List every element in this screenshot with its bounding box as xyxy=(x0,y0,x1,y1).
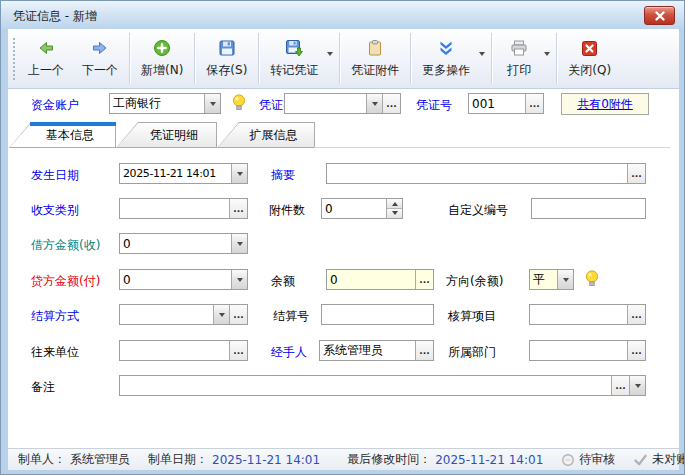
tab-basic-info[interactable]: 基本信息 xyxy=(9,122,116,148)
remark-input[interactable] xyxy=(120,376,611,395)
more-actions-dropdown[interactable] xyxy=(479,29,489,88)
settle-no-label: 结算号 xyxy=(273,308,309,325)
attach-count-input[interactable] xyxy=(322,199,386,218)
clipboard-icon xyxy=(366,39,384,58)
chevron-down-icon xyxy=(479,52,485,59)
browse-button[interactable]: … xyxy=(611,376,629,395)
account-item-input[interactable] xyxy=(530,305,627,324)
dropdown-button[interactable] xyxy=(204,94,220,113)
print-dropdown[interactable] xyxy=(544,29,554,88)
more-actions-button[interactable]: 更多操作 xyxy=(413,29,479,88)
modified-label: 最后修改时间： xyxy=(347,451,431,468)
browse-button[interactable]: … xyxy=(415,341,433,360)
voucher-attachment-button[interactable]: 凭证附件 xyxy=(342,29,408,88)
browse-button[interactable]: … xyxy=(627,164,645,183)
browse-button[interactable]: … xyxy=(415,270,433,289)
category-field[interactable]: … xyxy=(119,198,248,219)
creator-label: 制单人： xyxy=(18,451,66,468)
date-combobox[interactable] xyxy=(119,163,248,184)
fund-account-input[interactable] xyxy=(110,94,204,113)
titlebar[interactable]: 凭证信息 - 新增 xyxy=(1,1,684,29)
dropdown-button[interactable] xyxy=(213,305,229,324)
spin-up-button[interactable] xyxy=(387,199,402,208)
transfer-voucher-button[interactable]: 转记凭证 xyxy=(261,29,327,88)
tab-voucher-detail[interactable]: 凭证明细 xyxy=(116,122,217,148)
settle-method-combobox[interactable]: … xyxy=(119,304,248,325)
credit-input[interactable] xyxy=(120,270,231,289)
handler-field[interactable]: … xyxy=(319,340,434,361)
spin-down-button[interactable] xyxy=(387,208,402,218)
lightbulb-icon[interactable] xyxy=(583,269,601,289)
settle-method-input[interactable] xyxy=(120,305,213,324)
dropdown-button[interactable] xyxy=(557,270,573,289)
browse-button[interactable]: … xyxy=(229,199,247,218)
attachment-count-link[interactable]: 共有0附件 xyxy=(577,96,633,113)
toolbar-grip[interactable] xyxy=(12,37,17,80)
date-input[interactable] xyxy=(120,164,231,183)
direction-input[interactable] xyxy=(530,270,557,289)
browse-button[interactable]: … xyxy=(229,305,247,324)
tab-extended-info[interactable]: 扩展信息 xyxy=(217,122,315,148)
custom-no-input[interactable] xyxy=(532,199,645,218)
handler-input[interactable] xyxy=(320,341,415,360)
counterparty-field[interactable]: … xyxy=(119,340,248,361)
prev-button[interactable]: 上一个 xyxy=(19,29,73,88)
balance-input[interactable] xyxy=(327,270,415,289)
attachment-link-box: 共有0附件 xyxy=(561,93,649,115)
balance-label: 余额 xyxy=(271,273,295,290)
attach-count-stepper[interactable] xyxy=(321,198,403,219)
dropdown-button[interactable] xyxy=(231,164,247,183)
fund-account-label: 资金账户 xyxy=(31,97,79,114)
department-input[interactable] xyxy=(530,341,627,360)
direction-label: 方向(余额) xyxy=(446,273,503,290)
remark-label: 备注 xyxy=(31,379,55,396)
browse-button[interactable]: … xyxy=(627,305,645,324)
account-item-field[interactable]: … xyxy=(529,304,646,325)
direction-combobox[interactable] xyxy=(529,269,574,290)
dropdown-button[interactable] xyxy=(231,234,247,253)
custom-no-field[interactable] xyxy=(531,198,646,219)
department-field[interactable]: … xyxy=(529,340,646,361)
credit-combobox[interactable] xyxy=(119,269,248,290)
lightbulb-icon[interactable] xyxy=(230,93,248,113)
modified-value: 2025-11-21 14:01 xyxy=(435,453,543,467)
close-action-button[interactable]: 关闭(Q) xyxy=(559,29,620,88)
save-button[interactable]: 保存(S) xyxy=(197,29,256,88)
category-input[interactable] xyxy=(120,199,229,218)
create-date-label: 制单日期： xyxy=(148,451,208,468)
handler-label: 经手人 xyxy=(271,344,307,361)
summary-field[interactable]: … xyxy=(326,163,646,184)
check-icon xyxy=(633,453,648,467)
voucher-no-input[interactable] xyxy=(469,94,525,113)
print-button[interactable]: 打印 xyxy=(494,29,544,88)
settle-no-field[interactable] xyxy=(321,304,434,325)
create-date-status: 制单日期：2025-11-21 14:01 xyxy=(148,451,320,468)
balance-field[interactable]: … xyxy=(326,269,434,290)
settle-no-input[interactable] xyxy=(322,305,433,324)
summary-input[interactable] xyxy=(327,164,627,183)
add-button[interactable]: 新增(N) xyxy=(132,29,192,88)
next-button[interactable]: 下一个 xyxy=(73,29,127,88)
settle-method-label: 结算方式 xyxy=(31,308,79,325)
debit-input[interactable] xyxy=(120,234,231,253)
department-label: 所属部门 xyxy=(448,344,496,361)
browse-button[interactable]: … xyxy=(229,341,247,360)
voucher-word-combobox[interactable]: … xyxy=(284,93,401,114)
voucher-no-field[interactable]: … xyxy=(468,93,544,114)
counterparty-input[interactable] xyxy=(120,341,229,360)
remark-field[interactable]: … xyxy=(119,375,646,396)
transfer-voucher-dropdown[interactable] xyxy=(327,29,337,88)
voucher-word-input[interactable] xyxy=(285,94,366,113)
dropdown-button[interactable] xyxy=(629,376,645,395)
browse-button[interactable]: … xyxy=(627,341,645,360)
dropdown-button[interactable] xyxy=(231,270,247,289)
browse-button[interactable]: … xyxy=(525,94,543,113)
browse-button[interactable]: … xyxy=(382,94,400,113)
fund-account-combobox[interactable] xyxy=(109,93,221,114)
create-date-value: 2025-11-21 14:01 xyxy=(212,453,320,467)
dropdown-button[interactable] xyxy=(366,94,382,113)
debit-combobox[interactable] xyxy=(119,233,248,254)
window-close-button[interactable] xyxy=(644,6,675,25)
chevron-down-icon xyxy=(327,52,333,59)
chevron-down-icon xyxy=(237,242,243,249)
